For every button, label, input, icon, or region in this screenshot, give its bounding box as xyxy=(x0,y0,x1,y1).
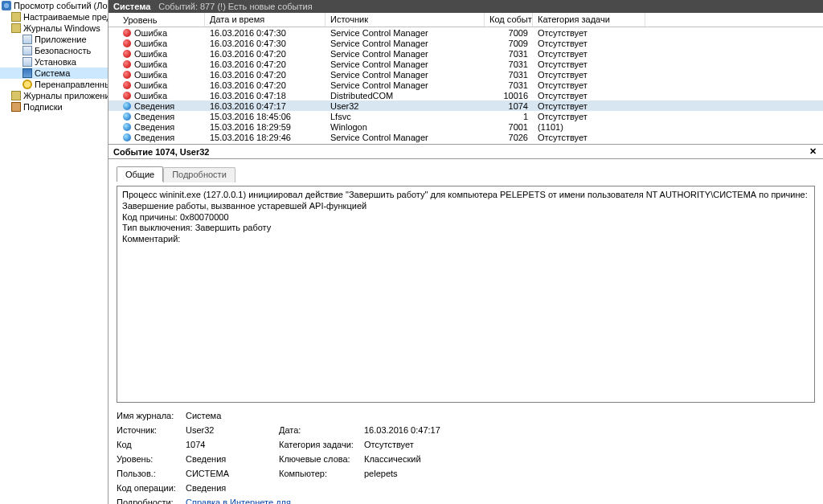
tree-item-security[interactable]: Безопасность xyxy=(0,45,108,56)
cell-date: 15.03.2016 18:29:46 xyxy=(205,133,326,142)
event-list-header[interactable]: Уровень Дата и время Источник Код событи… xyxy=(109,13,823,27)
tree-label: Подписки xyxy=(23,102,63,112)
cell-date: 15.03.2016 18:45:06 xyxy=(205,112,326,121)
cell-date: 16.03.2016 0:47:18 xyxy=(205,91,326,100)
cell-source: Service Control Manager xyxy=(326,59,485,69)
meta-keywords-val: Классический xyxy=(364,454,485,464)
close-details-button[interactable]: ✕ xyxy=(806,146,820,157)
cell-id: 7031 xyxy=(485,80,533,90)
tree-label: Журналы Windows xyxy=(23,23,100,33)
tree-windows-logs[interactable]: Журналы Windows xyxy=(0,23,108,34)
event-description-box[interactable]: Процесс wininit.exe (127.0.0.1) иницииро… xyxy=(117,186,815,403)
cell-source: Service Control Manager xyxy=(326,49,485,59)
cell-source: Service Control Manager xyxy=(326,133,485,142)
cell-date: 15.03.2016 18:29:59 xyxy=(205,122,326,132)
meta-computer-val: pelepets xyxy=(364,469,485,478)
log-header-bar: Система Событий: 877 (!) Есть новые собы… xyxy=(109,0,823,13)
cell-source: Service Control Manager xyxy=(326,39,485,48)
cell-task: Отсутствует xyxy=(533,70,645,80)
event-row[interactable]: Сведения15.03.2016 18:45:06Lfsvc1Отсутст… xyxy=(109,111,823,121)
event-row[interactable]: Ошибка16.03.2016 0:47:20Service Control … xyxy=(109,80,823,90)
cell-task: Отсутствует xyxy=(533,112,645,121)
desc-line: Процесс wininit.exe (127.0.0.1) иницииро… xyxy=(122,190,809,212)
event-row[interactable]: Ошибка16.03.2016 0:47:18DistributedCOM10… xyxy=(109,90,823,100)
info-icon xyxy=(123,133,131,141)
tree-app-logs[interactable]: Журналы приложений и сл xyxy=(0,90,108,101)
cell-task: Отсутствует xyxy=(533,39,645,48)
cell-id: 7009 xyxy=(485,28,533,38)
event-details-pane: Событие 1074, User32 ✕ Общие Подробности… xyxy=(109,145,823,504)
event-row[interactable]: Сведения15.03.2016 18:29:59Winlogon7001(… xyxy=(109,121,823,132)
tab-general[interactable]: Общие xyxy=(117,166,163,182)
event-row[interactable]: Ошибка16.03.2016 0:47:30Service Control … xyxy=(109,38,823,48)
tree-subscriptions[interactable]: Подписки xyxy=(0,101,108,113)
cell-task: Отсутствует xyxy=(533,49,645,59)
cell-date: 16.03.2016 0:47:20 xyxy=(205,59,326,69)
cell-level: Ошибка xyxy=(134,91,167,100)
subscription-icon xyxy=(11,102,21,112)
meta-taskcat-val: Отсутствует xyxy=(364,440,485,449)
cell-source: Service Control Manager xyxy=(326,28,485,38)
event-row[interactable]: Ошибка16.03.2016 0:47:30Service Control … xyxy=(109,27,823,38)
desc-line: Комментарий: xyxy=(122,234,809,245)
tab-details[interactable]: Подробности xyxy=(163,167,235,182)
cell-level: Ошибка xyxy=(134,70,167,80)
warning-icon xyxy=(23,80,32,89)
event-row[interactable]: Сведения15.03.2016 18:29:46Service Contr… xyxy=(109,132,823,142)
cell-level: Ошибка xyxy=(134,59,167,69)
meta-moreinfo-key: Подробности: xyxy=(117,498,181,504)
tree-item-forwarded[interactable]: Перенаправленные соб xyxy=(0,79,108,90)
cell-level: Ошибка xyxy=(134,39,167,48)
tree-label: Приложение xyxy=(35,35,87,44)
cell-level: Ошибка xyxy=(134,28,167,38)
log-title: Система xyxy=(113,2,150,11)
viewer-icon xyxy=(2,1,11,10)
cell-id: 7031 xyxy=(485,70,533,80)
tree-item-system[interactable]: Система xyxy=(0,68,108,79)
event-row[interactable]: Ошибка16.03.2016 0:47:20Service Control … xyxy=(109,69,823,80)
cell-source: Service Control Manager xyxy=(326,80,485,90)
meta-date-val: 16.03.2016 0:47:17 xyxy=(364,425,485,435)
folder-icon xyxy=(11,23,21,33)
event-row[interactable]: Ошибка16.03.2016 0:47:20Service Control … xyxy=(109,48,823,59)
meta-user-key: Пользов.: xyxy=(117,469,181,478)
cell-level: Сведения xyxy=(134,133,174,142)
meta-code-val: 1074 xyxy=(186,440,274,449)
cell-level: Сведения xyxy=(134,122,174,132)
col-id[interactable]: Код события xyxy=(485,13,533,27)
event-row[interactable]: Ошибка16.03.2016 0:47:20Service Control … xyxy=(109,59,823,69)
tree-label: Система xyxy=(35,68,70,78)
info-icon xyxy=(123,102,131,110)
meta-source-key: Источник: xyxy=(117,425,181,435)
meta-level-key: Уровень: xyxy=(117,454,181,464)
cell-id: 7026 xyxy=(485,133,533,142)
cell-id: 7001 xyxy=(485,122,533,132)
col-source[interactable]: Источник xyxy=(326,13,485,27)
meta-keywords-key: Ключевые слова: xyxy=(279,454,359,464)
event-list: Уровень Дата и время Источник Код событи… xyxy=(109,13,823,145)
tree-label: Установка xyxy=(35,57,76,67)
tree-custom-views[interactable]: Настраиваемые представл xyxy=(0,11,108,23)
cell-task: Отсутствует xyxy=(533,80,645,90)
cell-id: 7009 xyxy=(485,39,533,48)
error-icon xyxy=(123,71,131,79)
navigation-tree[interactable]: Просмотр событий (Локальн Настраиваемые … xyxy=(0,0,109,504)
error-icon xyxy=(123,92,131,100)
cell-source: Winlogon xyxy=(326,122,485,132)
tree-item-setup[interactable]: Установка xyxy=(0,56,108,68)
meta-source-val: User32 xyxy=(186,425,274,435)
col-task[interactable]: Категория задачи xyxy=(533,13,645,27)
meta-taskcat-key: Категория задачи: xyxy=(279,440,359,449)
cell-date: 16.03.2016 0:47:30 xyxy=(205,39,326,48)
log-icon xyxy=(23,68,32,78)
details-tabs: Общие Подробности xyxy=(117,166,815,181)
event-row[interactable]: Сведения16.03.2016 0:47:17User321074Отсу… xyxy=(109,100,823,111)
event-list-body[interactable]: Ошибка16.03.2016 0:47:30Service Control … xyxy=(109,27,823,145)
meta-moreinfo-link[interactable]: Справка в Интернете для xyxy=(186,498,291,504)
col-level[interactable]: Уровень xyxy=(109,13,205,27)
col-date[interactable]: Дата и время xyxy=(205,13,326,27)
error-icon xyxy=(123,81,131,89)
tree-root[interactable]: Просмотр событий (Локальн xyxy=(0,0,108,11)
tree-label: Перенаправленные соб xyxy=(35,80,109,89)
tree-item-application[interactable]: Приложение xyxy=(0,34,108,45)
